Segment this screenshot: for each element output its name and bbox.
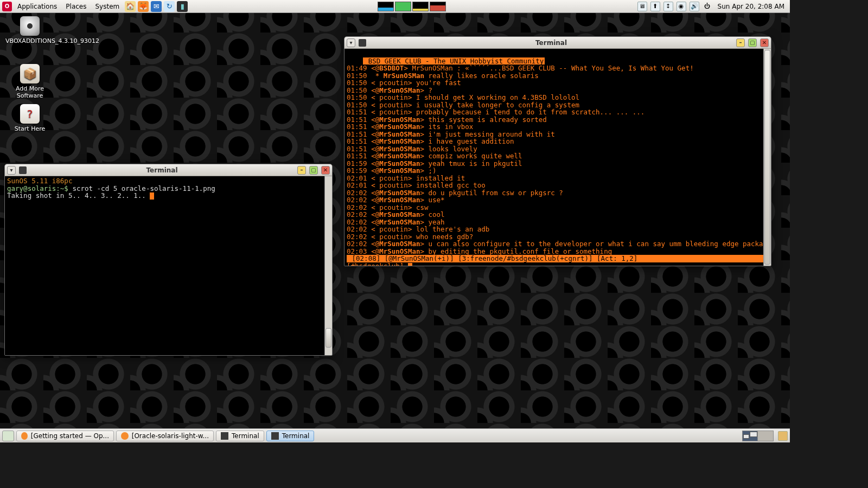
task-button[interactable]: [Oracle-solaris-light-w... [116, 431, 214, 441]
titlebar[interactable]: ▾ Terminal – ▢ ✕ [5, 164, 332, 176]
window-menu-button[interactable]: ▾ [347, 38, 355, 47]
firefox-icon[interactable]: 🦊 [138, 1, 149, 12]
home-folder-icon[interactable]: 🏠 [125, 1, 136, 12]
cursor [150, 192, 154, 200]
task-button[interactable]: [Getting started — Op... [16, 431, 114, 441]
system-monitor-applet[interactable] [378, 2, 446, 11]
volume-icon[interactable]: 🔊 [690, 2, 699, 11]
scrollbar[interactable] [324, 176, 332, 355]
minimize-button[interactable]: – [736, 38, 745, 47]
desktop-icon-label: Add More Software [5, 85, 54, 99]
close-button[interactable]: ✕ [760, 38, 769, 47]
text-line: Taking shot in 5.. 4.. 3.. 2.. 1.. [7, 191, 150, 200]
titlebar[interactable]: ▾ Terminal – ▢ ✕ [344, 37, 771, 49]
top-panel: O Applications Places System 🏠 🦊 ✉ ↻ ▮ 🖥… [0, 0, 790, 13]
window-title: Terminal [369, 39, 733, 47]
maximize-button[interactable]: ▢ [748, 38, 757, 47]
workspace-switcher[interactable] [742, 431, 774, 441]
irc-status-bar: [02:08] [@MrSunOSMan(+i)] [3:freenode/#b… [347, 255, 769, 262]
package-update-icon[interactable]: ⬆ [650, 2, 660, 11]
terminal-launcher-icon[interactable]: ▮ [177, 1, 188, 12]
maximize-button[interactable]: ▢ [309, 166, 318, 175]
places-menu[interactable]: Places [62, 2, 90, 11]
terminal-icon [19, 166, 27, 174]
task-label: [Oracle-solaris-light-w... [132, 432, 209, 440]
minimize-button[interactable]: – [297, 166, 306, 175]
task-button[interactable]: Terminal [216, 431, 264, 441]
trash-icon[interactable] [778, 431, 788, 441]
task-label: Terminal [232, 432, 259, 440]
desktop-icon-start-here[interactable]: ? Start Here [5, 104, 54, 132]
irc-topic-bar: BSD GEEK CLUB - The UNIX Hobbyist Commun… [363, 57, 545, 65]
show-desktop-button[interactable] [2, 431, 14, 441]
power-icon[interactable]: ⏻ [703, 2, 712, 11]
workspace-2[interactable] [758, 431, 773, 441]
distributor-logo-icon[interactable]: O [2, 2, 12, 11]
terminal-window-left: ▾ Terminal – ▢ ✕ SunOS 5.11 i86pc gary@s… [4, 164, 333, 356]
task-button-active[interactable]: Terminal [266, 431, 315, 441]
bottom-panel: [Getting started — Op... [Oracle-solaris… [0, 428, 790, 442]
terminal-icon [271, 432, 279, 440]
update-icon[interactable]: ↻ [164, 1, 175, 12]
applications-menu[interactable]: Applications [14, 2, 60, 11]
package-icon: 📦 [20, 64, 40, 84]
task-label: Terminal [282, 432, 310, 440]
irc-input-prompt[interactable]: [#bsdgeekclub] [347, 262, 408, 266]
terminal-icon [359, 39, 366, 47]
system-menu[interactable]: System [92, 2, 123, 11]
window-menu-button[interactable]: ▾ [7, 166, 16, 175]
display-settings-icon[interactable]: 🖥 [637, 2, 647, 11]
scrollbar[interactable] [763, 49, 771, 266]
firefox-icon [121, 432, 129, 440]
terminal-content[interactable]: BSD GEEK CLUB - The UNIX Hobbyist Commun… [344, 49, 771, 266]
workspace-1[interactable] [743, 431, 758, 441]
optical-disc-icon [20, 16, 40, 36]
cursor [408, 263, 412, 266]
clock[interactable]: Sun Apr 20, 2:08 AM [714, 3, 788, 10]
firefox-icon [21, 432, 28, 440]
network-icon[interactable]: ↕ [663, 2, 673, 11]
thunderbird-icon[interactable]: ✉ [151, 1, 162, 12]
terminal-window-right: ▾ Terminal – ▢ ✕ BSD GEEK CLUB - The UNI… [344, 36, 771, 266]
help-icon: ? [20, 104, 40, 124]
close-button[interactable]: ✕ [321, 166, 330, 175]
desktop-icon-add-software[interactable]: 📦 Add More Software [5, 64, 54, 99]
scrollbar-thumb[interactable] [764, 50, 770, 265]
desktop-icon-vbox-additions[interactable]: VBOXADDITIONS_4.3.10_93012 [5, 16, 54, 44]
terminal-content[interactable]: SunOS 5.11 i86pc gary@solaris:~$ scrot -… [5, 176, 332, 355]
task-label: [Getting started — Op... [31, 432, 109, 440]
accessibility-icon[interactable]: ◉ [676, 2, 686, 11]
desktop-icon-label: VBOXADDITIONS_4.3.10_93012 [5, 37, 54, 44]
scrollbar-thumb[interactable] [326, 328, 331, 348]
terminal-icon [221, 432, 228, 440]
window-title: Terminal [30, 166, 294, 174]
desktop-icon-label: Start Here [5, 125, 54, 132]
